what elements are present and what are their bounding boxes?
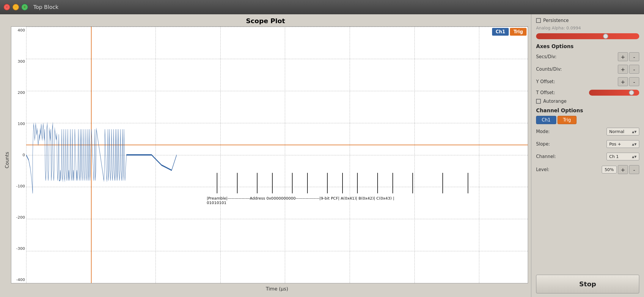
- secs-div-plus[interactable]: +: [618, 52, 628, 61]
- window-controls: × − +: [4, 4, 28, 10]
- y-offset-controls: + -: [618, 77, 639, 86]
- secs-div-controls: + -: [618, 52, 639, 61]
- maximize-icon: +: [23, 5, 26, 9]
- level-value: 50%: [602, 166, 617, 173]
- window-title: Top Block: [33, 4, 59, 10]
- analog-alpha-label: Analog Alpha: 0.0994: [536, 26, 639, 30]
- counts-div-controls: + -: [618, 65, 639, 74]
- chart-inner: |Preamble|----------------Address 0x0000…: [26, 27, 528, 283]
- autorange-row: Autorange: [536, 99, 639, 104]
- ch1-plot-button[interactable]: Ch1: [492, 28, 509, 36]
- close-icon: ×: [6, 5, 8, 9]
- t-offset-row: T Offset:: [536, 89, 639, 96]
- tick-13: [442, 173, 443, 193]
- title-bar: × − + Top Block: [0, 0, 644, 14]
- autorange-checkbox[interactable]: [536, 99, 541, 104]
- channel-tabs: Ch1 Trig: [536, 116, 639, 124]
- persistence-row: Persistence: [536, 18, 639, 23]
- tick-6: [307, 173, 308, 193]
- plot-inner: 400 300 200 100 0 -100 -200 -300 -400: [11, 26, 528, 294]
- axes-options-title: Axes Options: [536, 43, 639, 49]
- level-label: Level:: [536, 167, 602, 172]
- main-content: Scope Plot Counts 400 300 200 100 0 -100…: [0, 14, 644, 297]
- tick-3: [257, 173, 257, 193]
- tick-1: [217, 173, 217, 193]
- plot-title: Scope Plot: [3, 17, 528, 25]
- counts-div-plus[interactable]: +: [618, 65, 628, 74]
- analog-alpha-thumb[interactable]: [603, 34, 608, 39]
- secs-div-minus[interactable]: -: [629, 52, 639, 61]
- slope-label: Slope:: [536, 141, 607, 147]
- plot-container: Counts 400 300 200 100 0 -100 -200 -300 …: [3, 26, 528, 294]
- mode-label: Mode:: [536, 129, 607, 134]
- slope-arrow: ▲▼: [632, 143, 637, 146]
- channel-arrow: ▲▼: [632, 155, 637, 158]
- waveform-svg: [26, 27, 528, 283]
- minimize-icon: −: [15, 5, 17, 9]
- counts-div-label: Counts/Div:: [536, 67, 618, 72]
- counts-div-minus[interactable]: -: [629, 65, 639, 74]
- y-offset-plus[interactable]: +: [618, 77, 628, 86]
- tick-11: [392, 173, 393, 193]
- autorange-label: Autorange: [543, 99, 566, 104]
- grid-h-8: [26, 283, 528, 283]
- slope-row: Slope: Pos + ▲▼: [536, 139, 639, 149]
- channel-options-title: Channel Options: [536, 108, 639, 113]
- slope-value: Pos +: [609, 142, 621, 146]
- tick-2: [237, 173, 238, 193]
- level-minus[interactable]: -: [629, 165, 639, 174]
- channel-value: Ch 1: [609, 154, 619, 159]
- t-offset-slider[interactable]: [589, 90, 640, 96]
- chart-wrapper: 400 300 200 100 0 -100 -200 -300 -400: [11, 26, 528, 283]
- tick-7: [327, 173, 328, 193]
- tick-4: [272, 173, 273, 193]
- slope-select[interactable]: Pos + ▲▼: [607, 140, 639, 148]
- tick-5: [292, 173, 293, 193]
- tab-ch1[interactable]: Ch1: [536, 116, 556, 124]
- analog-alpha-slider[interactable]: [536, 33, 639, 39]
- channel-select[interactable]: Ch 1 ▲▼: [607, 153, 639, 160]
- secs-div-row: Secs/Div: + -: [536, 52, 639, 62]
- channel-label: Channel:: [536, 154, 607, 159]
- tick-10: [377, 173, 378, 193]
- x-axis-area: Time (μs): [11, 283, 528, 294]
- trig-plot-button[interactable]: Trig: [510, 28, 527, 36]
- maximize-button[interactable]: +: [21, 4, 28, 10]
- minimize-button[interactable]: −: [12, 4, 19, 10]
- annotation-text: |Preamble|----------------Address 0x0000…: [207, 196, 394, 205]
- mode-row: Mode: Normal ▲▼: [536, 127, 639, 137]
- close-button[interactable]: ×: [4, 4, 10, 10]
- tick-14: [468, 173, 468, 193]
- y-offset-label: Y Offset:: [536, 79, 618, 84]
- mode-select[interactable]: Normal ▲▼: [607, 128, 639, 135]
- mode-value: Normal: [609, 129, 624, 134]
- y-offset-minus[interactable]: -: [629, 77, 639, 86]
- plot-area: Scope Plot Counts 400 300 200 100 0 -100…: [0, 14, 531, 297]
- counts-div-row: Counts/Div: + -: [536, 64, 639, 74]
- tick-12: [412, 173, 413, 193]
- level-controls: 50% + -: [602, 165, 639, 174]
- y-offset-row: Y Offset: + -: [536, 77, 639, 87]
- mode-arrow: ▲▼: [632, 130, 637, 133]
- t-offset-thumb[interactable]: [629, 90, 634, 95]
- channel-buttons: Ch1 Trig: [492, 28, 527, 36]
- stop-button[interactable]: Stop: [536, 275, 639, 293]
- tab-trig[interactable]: Trig: [557, 116, 577, 124]
- y-axis-labels: 400 300 200 100 0 -100 -200 -300 -400: [11, 27, 26, 283]
- secs-div-label: Secs/Div:: [536, 54, 618, 59]
- y-axis-label: Counts: [3, 26, 11, 294]
- level-row: Level: 50% + -: [536, 164, 639, 175]
- tick-9: [357, 173, 358, 193]
- persistence-checkbox[interactable]: [536, 18, 541, 23]
- sidebar: Persistence Analog Alpha: 0.0994 Axes Op…: [531, 14, 644, 297]
- t-offset-label: T Offset:: [536, 90, 587, 95]
- persistence-label: Persistence: [543, 18, 569, 23]
- tick-8: [342, 173, 343, 193]
- channel-row: Channel: Ch 1 ▲▼: [536, 151, 639, 162]
- level-plus[interactable]: +: [618, 165, 628, 174]
- x-axis-label: Time (μs): [26, 286, 528, 292]
